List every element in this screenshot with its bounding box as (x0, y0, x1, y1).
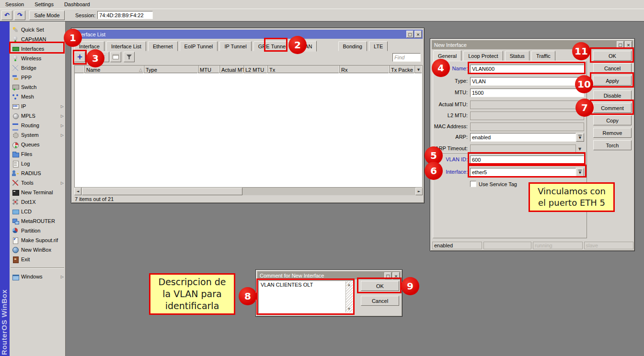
menu-dashboard[interactable]: Dashboard (59, 1, 95, 7)
interface-list-window: Interface List □ × Interface Interface L… (71, 28, 425, 203)
status-running: running (533, 242, 583, 249)
wrench-icon (12, 179, 19, 186)
sidebar-item-mpls[interactable]: MPLS▷ (10, 111, 65, 121)
column-type[interactable]: Type (144, 66, 198, 74)
sidebar-item-exit[interactable]: Exit (10, 255, 65, 264)
tab-status[interactable]: Status (505, 51, 529, 61)
column-label: Actual MTU (221, 67, 244, 73)
tab-lte[interactable]: LTE (369, 41, 388, 51)
column-label: Rx (341, 67, 347, 73)
sidebar-item-new-terminal[interactable]: New Terminal (10, 188, 65, 197)
status-text: enabled (434, 243, 453, 248)
interface-list-titlebar[interactable]: Interface List □ × (73, 30, 423, 39)
scrollbar-thumb[interactable] (82, 188, 242, 195)
sidebar-item-log[interactable]: Log (10, 159, 65, 168)
tab-ip-tunnel[interactable]: IP Tunnel (219, 41, 251, 51)
sidebar-item-windows[interactable]: Windows▷ (10, 272, 65, 281)
submenu-arrow-icon: ▷ (61, 133, 64, 137)
tab-bonding[interactable]: Bonding (338, 41, 367, 51)
mtu-input[interactable]: 1500 (470, 89, 584, 97)
sidebar-item-tools[interactable]: Tools▷ (10, 178, 65, 188)
sidebar-item-partition[interactable]: Partition (10, 226, 65, 235)
menu-settings[interactable]: Settings (29, 1, 59, 7)
menu-session[interactable]: Session (0, 1, 29, 7)
sidebar-item-ip[interactable]: IP▷ (10, 101, 65, 111)
step-circle-4: 4 (432, 59, 450, 77)
column-icon[interactable] (75, 66, 85, 74)
filter-button[interactable] (124, 52, 135, 62)
mtu-label: MTU: (430, 89, 468, 95)
sidebar-item-dot1x[interactable]: Dot1X (10, 197, 65, 207)
sidebar-item-routing[interactable]: Routing▷ (10, 121, 65, 130)
column-rx[interactable]: Rx (340, 66, 390, 74)
sidebar-item-new-winbox[interactable]: New WinBox (10, 245, 65, 255)
scroll-left-icon[interactable]: ◄ (74, 188, 81, 195)
find-input[interactable] (392, 53, 421, 62)
sidebar-item-label: Windows (21, 274, 43, 279)
column-label: Tx (269, 67, 275, 73)
highlight-add-button (73, 50, 87, 65)
tab-traffic[interactable]: Traffic (531, 51, 555, 61)
sidebar-item-system[interactable]: System▷ (10, 130, 65, 140)
close-icon[interactable]: × (414, 31, 422, 38)
tab-interface-list[interactable]: Interface List (106, 41, 146, 51)
copy-button[interactable]: Copy (593, 115, 632, 125)
use-service-tag-checkbox[interactable] (470, 181, 476, 187)
document-icon (12, 237, 19, 244)
session-input[interactable] (97, 11, 153, 19)
arp-dropdown[interactable]: enabled (470, 133, 576, 142)
horizontal-scrollbar[interactable]: ◄ ► (74, 188, 423, 195)
sidebar-item-radius[interactable]: RADIUS (10, 168, 65, 178)
column-actual-mtu[interactable]: Actual MTU (220, 66, 244, 74)
arp-dropdown-button[interactable]: ▼ (576, 133, 584, 142)
cancel-button[interactable]: Cancel (593, 63, 632, 73)
comment-button[interactable] (110, 52, 121, 62)
submenu-arrow-icon: ▷ (61, 123, 64, 128)
highlight-ok-button (590, 47, 634, 63)
type-input[interactable]: VLAN (470, 77, 584, 86)
sidebar-item-queues[interactable]: Queues (10, 140, 65, 149)
new-interface-statusbar: enabled running slave (432, 242, 633, 249)
column-tx-packets[interactable]: Tx Packe (390, 66, 415, 74)
sidebar-item-metarouter[interactable]: MetaROUTER (10, 216, 65, 226)
highlight-interface-field (468, 165, 586, 178)
mtu-value: 1500 (472, 90, 483, 96)
column-mtu[interactable]: MTU (198, 66, 220, 74)
sidebar-item-mesh[interactable]: Mesh (10, 92, 65, 101)
tab-loop-protect[interactable]: Loop Protect (463, 51, 503, 61)
submenu-arrow-icon: ▷ (61, 114, 64, 118)
magic-wand-icon (12, 26, 19, 33)
sidebar-item-label: MetaROUTER (21, 218, 55, 224)
tab-ethernet[interactable]: Ethernet (148, 41, 178, 51)
maximize-icon[interactable]: □ (406, 31, 414, 38)
chevron-down-icon[interactable]: ▼ (578, 147, 581, 151)
undo-button[interactable]: ↶ (1, 11, 12, 20)
column-l2-mtu[interactable]: L2 MTU (244, 66, 268, 74)
highlight-comment-textarea (256, 278, 355, 315)
sidebar-item-bridge[interactable]: Bridge (10, 63, 65, 73)
tab-eoip-tunnel[interactable]: EoIP Tunnel (180, 41, 218, 51)
redo-button[interactable]: ↷ (14, 11, 25, 20)
sidebar-item-ppp[interactable]: PPP (10, 73, 65, 82)
safe-mode-button[interactable]: Safe Mode (29, 11, 65, 20)
scroll-right-icon[interactable]: ► (415, 188, 423, 195)
torch-button[interactable]: Torch (593, 140, 632, 150)
column-label: MTU (200, 67, 211, 73)
sidebar-item-wireless[interactable]: Wireless (10, 54, 65, 63)
sidebar-item-files[interactable]: Files (10, 149, 65, 159)
interface-list-body[interactable] (74, 73, 423, 188)
actual-mtu-label: Actual MTU: (430, 101, 468, 107)
sidebar-item-switch[interactable]: Switch (10, 82, 65, 92)
column-chooser-dropdown[interactable]: ▼ (415, 66, 422, 74)
sidebar-item-make-supout[interactable]: Make Supout.rif (10, 235, 65, 245)
remove-button[interactable]: Remove (593, 128, 632, 138)
disable-button[interactable]: Disable (593, 90, 632, 100)
sidebar-item-lcd[interactable]: LCD (10, 207, 65, 216)
globe-icon (12, 246, 19, 253)
column-tx[interactable]: Tx (268, 66, 340, 74)
sidebar-item-quick-set[interactable]: Quick Set (10, 25, 65, 34)
comment-cancel-button[interactable]: Cancel (361, 296, 399, 306)
log-icon (12, 160, 19, 167)
actual-mtu-input (470, 100, 584, 109)
sidebar-item-label: Quick Set (21, 27, 44, 33)
